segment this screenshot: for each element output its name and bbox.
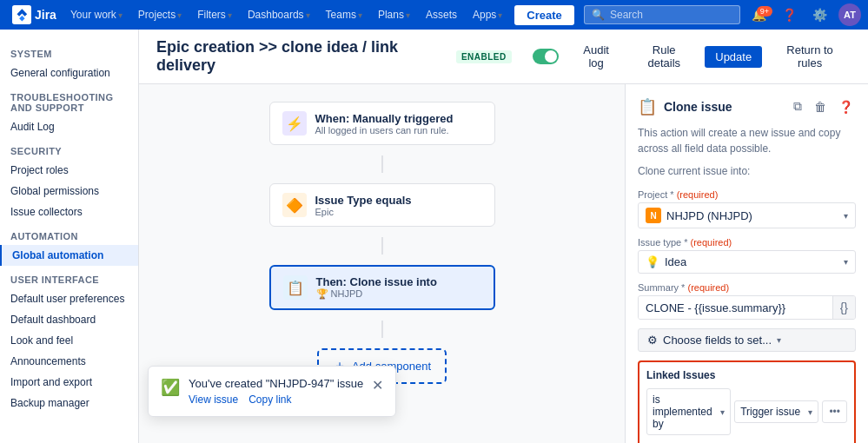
teams-menu[interactable]: Teams ▾: [319, 0, 369, 30]
logo-text: Jira: [35, 8, 56, 22]
rule-details-button[interactable]: Rule details: [630, 40, 698, 73]
help-panel-button[interactable]: ❓: [836, 97, 856, 116]
sidebar-item-project-roles[interactable]: Project roles: [0, 160, 138, 181]
project-select[interactable]: N NHJPD (NHJPD) ▾: [638, 202, 856, 228]
view-issue-link[interactable]: View issue: [189, 393, 238, 406]
sidebar-item-import-export[interactable]: Import and export: [0, 372, 138, 393]
header-actions: Audit log Rule details Update Return to …: [569, 40, 851, 73]
delete-panel-button[interactable]: 🗑: [812, 97, 829, 116]
search-input[interactable]: [610, 9, 732, 21]
sidebar-item-default-user-prefs[interactable]: Default user preferences: [0, 288, 138, 309]
filters-menu[interactable]: Filters ▾: [190, 0, 239, 30]
trigger-icon: ⚡: [282, 111, 307, 136]
search-area: 🔍 🔔 9+ ❓ ⚙️ AT: [584, 3, 861, 26]
trigger-issue-value: Trigger issue: [740, 406, 800, 418]
choose-fields-chevron: ▾: [777, 335, 781, 345]
panel-header: 📋 Clone issue ⧉ 🗑 ❓: [638, 96, 856, 116]
action-icon: 📋: [283, 275, 308, 300]
linked-options-button[interactable]: •••: [822, 400, 847, 423]
return-to-rules-button[interactable]: Return to rules: [769, 40, 851, 73]
issue-type-select[interactable]: 💡 Idea ▾: [638, 250, 856, 274]
page-title: Epic creation >> clone idea / link deliv…: [156, 38, 446, 75]
page-layout: System General configuration Troubleshoo…: [0, 0, 868, 443]
gear-icon: ⚙: [647, 334, 658, 347]
project-icon: N: [646, 208, 661, 223]
search-box[interactable]: 🔍: [584, 5, 740, 24]
sidebar-item-default-dashboard[interactable]: Default dashboard: [0, 309, 138, 330]
action-subtitle: 🏆 NHJPD: [316, 288, 437, 300]
notifications-icon[interactable]: 🔔 9+: [747, 8, 771, 22]
app-logo[interactable]: Jira: [7, 5, 62, 24]
summary-label: Summary * (required): [638, 282, 856, 293]
connector-2: [381, 237, 383, 255]
toast-content: You've created "NHJPD-947" issue View is…: [189, 377, 363, 406]
sidebar-item-look-and-feel[interactable]: Look and feel: [0, 330, 138, 351]
enabled-badge: ENABLED: [456, 50, 512, 63]
help-icon[interactable]: ❓: [778, 8, 801, 22]
your-work-menu[interactable]: Your work ▾: [63, 0, 129, 30]
condition-icon: 🔶: [282, 193, 307, 217]
user-interface-section-title: User Interface: [0, 266, 138, 288]
plans-chevron: ▾: [406, 10, 410, 20]
idea-icon: 💡: [646, 255, 659, 268]
panel-title: Clone issue: [664, 100, 784, 114]
sidebar-item-global-automation[interactable]: Global automation: [0, 245, 138, 266]
toast-close-button[interactable]: ✕: [372, 377, 383, 393]
teams-chevron: ▾: [358, 10, 362, 20]
toast-success-icon: ✅: [161, 378, 180, 397]
flow-node-condition[interactable]: 🔶 Issue Type equals Epic: [269, 183, 495, 227]
assets-menu[interactable]: Assets: [419, 0, 464, 30]
choose-fields-button[interactable]: ⚙ Choose fields to set... ▾: [638, 328, 856, 352]
projects-menu[interactable]: Projects ▾: [131, 0, 189, 30]
issue-type-chevron: ▾: [844, 257, 848, 267]
flow-node-action[interactable]: 📋 Then: Clone issue into 🏆 NHJPD: [269, 265, 495, 310]
project-field: Project * (required) N NHJPD (NHJPD) ▾: [638, 189, 856, 228]
audit-log-button[interactable]: Audit log: [569, 40, 623, 73]
copy-panel-button[interactable]: ⧉: [791, 96, 805, 116]
clone-into-label: Clone current issue into:: [638, 165, 856, 177]
create-button[interactable]: Create: [514, 5, 573, 25]
apps-chevron: ▾: [498, 10, 502, 20]
dashboards-menu[interactable]: Dashboards ▾: [241, 0, 317, 30]
sidebar-item-global-permissions[interactable]: Global permissions: [0, 181, 138, 202]
project-chevron: ▾: [844, 211, 848, 221]
automation-section-title: Automation: [0, 222, 138, 245]
summary-smart-value-button[interactable]: {}: [832, 296, 855, 319]
issue-type-field: Issue type * (required) 💡 Idea ▾: [638, 237, 856, 274]
action-title: Then: Clone issue into: [316, 275, 437, 288]
trigger-issue-select[interactable]: Trigger issue ▾: [734, 400, 818, 423]
sidebar-item-audit-log[interactable]: Audit Log: [0, 116, 138, 137]
issue-type-value: 💡 Idea: [646, 255, 686, 268]
your-work-chevron: ▾: [118, 10, 123, 20]
link-type-chevron: ▾: [720, 407, 725, 417]
connector-1: [381, 155, 383, 173]
flow-node-trigger[interactable]: ⚡ When: Manually triggered All logged in…: [269, 102, 495, 145]
notification-badge: 9+: [757, 6, 772, 17]
summary-input-wrap: {}: [638, 295, 856, 320]
sidebar-item-general-config[interactable]: General configuration: [0, 63, 138, 83]
troubleshooting-section-title: Troubleshooting and Support: [0, 83, 138, 116]
trigger-text: When: Manually triggered All logged in u…: [315, 112, 454, 136]
summary-input[interactable]: [639, 297, 832, 319]
issue-type-label: Issue type * (required): [638, 237, 856, 248]
link-type-select[interactable]: is implemented by ▾: [646, 388, 731, 435]
dashboards-chevron: ▾: [306, 10, 310, 20]
apps-menu[interactable]: Apps ▾: [466, 0, 509, 30]
security-section-title: Security: [0, 137, 138, 160]
clone-icon: 📋: [638, 97, 657, 116]
system-section-title: System: [0, 40, 138, 63]
sidebar-item-issue-collectors[interactable]: Issue collectors: [0, 202, 138, 222]
sidebar-item-announcements[interactable]: Announcements: [0, 351, 138, 372]
projects-chevron: ▾: [177, 10, 182, 20]
project-select-value: N NHJPD (NHJPD): [646, 208, 752, 223]
settings-icon[interactable]: ⚙️: [808, 8, 832, 22]
plans-menu[interactable]: Plans ▾: [371, 0, 417, 30]
copy-link-action[interactable]: Copy link: [248, 393, 291, 406]
avatar[interactable]: AT: [838, 3, 861, 26]
linked-issues-row: is implemented by ▾ Trigger issue ▾ •••: [646, 388, 847, 435]
update-button[interactable]: Update: [705, 46, 762, 68]
panel-description: This action will create a new issue and …: [638, 125, 856, 156]
sidebar-item-backup-manager[interactable]: Backup manager: [0, 393, 138, 413]
filters-chevron: ▾: [228, 10, 232, 20]
toggle-switch[interactable]: [533, 49, 559, 64]
